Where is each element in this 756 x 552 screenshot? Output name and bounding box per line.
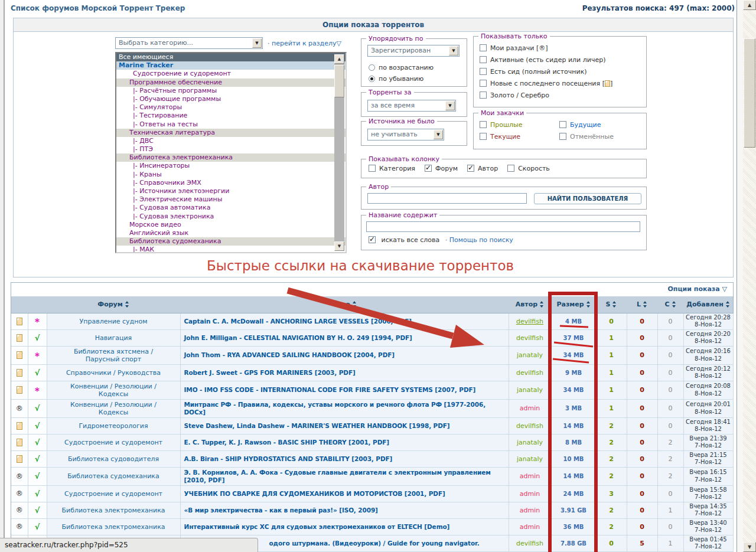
scrollbar-thumb[interactable] xyxy=(334,65,344,97)
scrollbar-thumb[interactable] xyxy=(744,38,755,148)
show-column-option-checkbox[interactable] xyxy=(467,165,474,172)
select-arrow-icon[interactable]: ▼ xyxy=(449,46,458,55)
size-download-link[interactable]: 7.88 GB xyxy=(561,540,586,547)
size-download-link[interactable]: 24 MB xyxy=(563,491,584,497)
goto-section-link[interactable]: · перейти к разделу▽ xyxy=(268,40,341,47)
show-column-option-checkbox[interactable] xyxy=(507,165,514,172)
torrent-file-icon[interactable] xyxy=(17,455,22,463)
torrent-file-icon[interactable] xyxy=(17,439,22,446)
search-help-link[interactable]: · Помощь по поиску xyxy=(445,236,513,244)
author-link[interactable]: devilfish xyxy=(516,369,543,377)
show-column-option-checkbox[interactable] xyxy=(369,165,376,172)
topic-link[interactable]: John Thom - RYA ADVANCED SAILING HANDBOO… xyxy=(184,351,395,358)
category-list-item[interactable]: |- ПТЭ xyxy=(116,145,346,153)
category-list-item[interactable]: Судостроение и судоремонт xyxy=(116,70,346,78)
show-only-option-checkbox[interactable] xyxy=(480,80,487,87)
category-list-item[interactable]: |- Источники электоэнергии xyxy=(116,187,346,195)
category-list-item[interactable]: Marine Tracker xyxy=(116,61,346,70)
forum-link[interactable]: Навигация xyxy=(95,334,132,342)
topic-link[interactable]: одого штурмана. (Видеоуроки) / Guide for… xyxy=(269,540,480,547)
show-only-option-checkbox[interactable] xyxy=(480,44,487,51)
column-header[interactable]: Добавлен xyxy=(683,296,733,313)
column-header[interactable]: Форум xyxy=(47,296,180,313)
topic-link[interactable]: «В мир электричества - как в первый раз!… xyxy=(184,507,378,514)
forum-list-link[interactable]: Список форумов Морской Торрент Трекер xyxy=(11,4,185,12)
forum-link[interactable]: Справочники / Руководства xyxy=(66,369,161,377)
scroll-up-icon[interactable]: ▲ xyxy=(334,54,344,64)
size-download-link[interactable]: 3 MB xyxy=(565,405,582,411)
select-arrow-icon[interactable]: ▼ xyxy=(252,38,262,48)
forum-link[interactable]: Конвенции / Резолюции / Кодексы xyxy=(70,401,157,416)
find-user-button[interactable]: НАЙТИ ПОЛЬЗОВАТЕЛЯ xyxy=(534,193,641,204)
forum-link[interactable]: Библиотека электромеханика xyxy=(61,523,165,531)
category-list-item[interactable]: Программное обеспечение xyxy=(116,79,346,87)
author-link[interactable]: devilfish xyxy=(516,422,543,430)
topic-link[interactable]: Captain C. A. McDowall - ANCHORING LARGE… xyxy=(184,318,412,325)
size-download-link[interactable]: 9 MB xyxy=(565,370,582,376)
forum-link[interactable]: Библиотека электромеханика xyxy=(61,507,165,514)
category-list-item[interactable]: Техническая литература xyxy=(116,129,346,137)
size-download-link[interactable]: 14 MB xyxy=(563,473,584,479)
author-link[interactable]: admin xyxy=(520,404,540,412)
source-select[interactable]: не учитывать ▼ xyxy=(367,129,444,141)
author-link[interactable]: admin xyxy=(520,490,540,498)
category-list-item[interactable]: |- Ответы на тесты xyxy=(116,120,346,129)
topic-link[interactable]: IMO - IMO FSS CODE - INTERNATIONAL CODE … xyxy=(184,386,476,393)
forum-link[interactable]: Судостроение и судоремонт xyxy=(64,439,162,446)
topic-link[interactable]: Интерактивный курс ХС для судовых электр… xyxy=(184,523,450,530)
category-list-item[interactable]: |- Электрические машины xyxy=(116,195,346,204)
author-link[interactable]: janataly xyxy=(517,386,543,394)
topic-link[interactable]: Steve Dashew, Linda Dashew - MARINER'S W… xyxy=(184,422,450,429)
listbox-scrollbar[interactable]: ▲ ▼ xyxy=(334,54,344,251)
show-only-option-checkbox[interactable] xyxy=(480,92,487,99)
torrent-file-icon[interactable] xyxy=(17,351,22,359)
show-only-option-checkbox[interactable] xyxy=(480,56,487,63)
column-header[interactable]: Тема xyxy=(180,296,509,313)
torrent-file-icon[interactable] xyxy=(17,369,22,377)
category-list-item[interactable]: |- Инсинераторы xyxy=(116,162,346,170)
category-list-item[interactable]: |- Краны xyxy=(116,171,346,179)
topic-link[interactable]: УЧЕБНИК ПО СВАРКЕ ДЛЯ СУДОМЕХАНИКОВ И МО… xyxy=(184,490,445,497)
category-list-item[interactable]: |- Расчётные программы xyxy=(116,87,346,95)
scroll-down-icon[interactable]: ▼ xyxy=(334,241,344,251)
category-list-item[interactable]: |- Справочники ЭМХ xyxy=(116,179,346,187)
show-only-option-checkbox[interactable] xyxy=(480,68,487,75)
select-arrow-icon[interactable]: ▼ xyxy=(445,101,455,110)
category-listbox[interactable]: Все имеющиесяMarine TrackerСудостроение … xyxy=(115,52,347,253)
size-download-link[interactable]: 3.91 GB xyxy=(561,507,586,514)
all-words-checkbox[interactable] xyxy=(369,236,376,243)
show-options-link[interactable]: Опции показа ▽ xyxy=(667,285,727,293)
select-arrow-icon[interactable]: ▼ xyxy=(434,130,443,139)
size-download-link[interactable]: 14 MB xyxy=(563,423,584,429)
topic-link[interactable]: John E. Milligan - CELESTIAL NAVIGATION … xyxy=(184,334,412,341)
forum-link[interactable]: Управление судном xyxy=(80,318,148,325)
category-list-item[interactable]: Английский язык xyxy=(116,229,346,237)
author-link[interactable]: janataly xyxy=(517,439,543,446)
category-select[interactable]: Выбрать категорию... ▼ xyxy=(115,37,263,49)
author-link[interactable]: devilfish xyxy=(516,334,543,342)
topic-link[interactable]: Минтранс РФ - Правила, кодексы, уставы м… xyxy=(184,401,486,416)
author-link[interactable]: devilfish xyxy=(516,540,543,547)
column-header[interactable]: Автор xyxy=(509,296,551,313)
my-downloads-option-checkbox[interactable] xyxy=(480,133,487,140)
size-download-link[interactable]: 4 MB xyxy=(565,318,582,325)
category-list-item[interactable]: Все имеющиеся xyxy=(116,53,346,61)
category-list-item[interactable]: Библиотека судомеханика xyxy=(116,237,346,246)
size-download-link[interactable]: 34 MB xyxy=(563,387,584,393)
category-list-item[interactable]: Библиотека электромеханика xyxy=(116,153,346,162)
forum-link[interactable]: Библиотека яхтсмена / Парусный спорт xyxy=(74,348,153,363)
category-list-item[interactable]: Морское видео xyxy=(116,221,346,229)
torrent-file-icon[interactable] xyxy=(17,334,22,342)
forum-link[interactable]: Библиотека судоводителя xyxy=(68,455,159,463)
size-download-link[interactable]: 10 MB xyxy=(563,456,584,462)
scroll-down-icon[interactable]: ▼ xyxy=(743,542,756,552)
size-download-link[interactable]: 34 MB xyxy=(563,352,584,358)
scroll-up-icon[interactable]: ▲ xyxy=(743,0,756,10)
author-link[interactable]: devilfish xyxy=(516,318,543,325)
sort-direction-radio[interactable] xyxy=(369,64,375,71)
period-select[interactable]: за все время ▼ xyxy=(367,100,456,112)
category-list-item[interactable]: |- Судовая электроника xyxy=(116,213,346,221)
sort-direction-radio[interactable] xyxy=(369,76,375,82)
sort-select[interactable]: Зарегистрирован ▼ xyxy=(367,45,460,57)
column-header[interactable]: L xyxy=(627,296,657,313)
